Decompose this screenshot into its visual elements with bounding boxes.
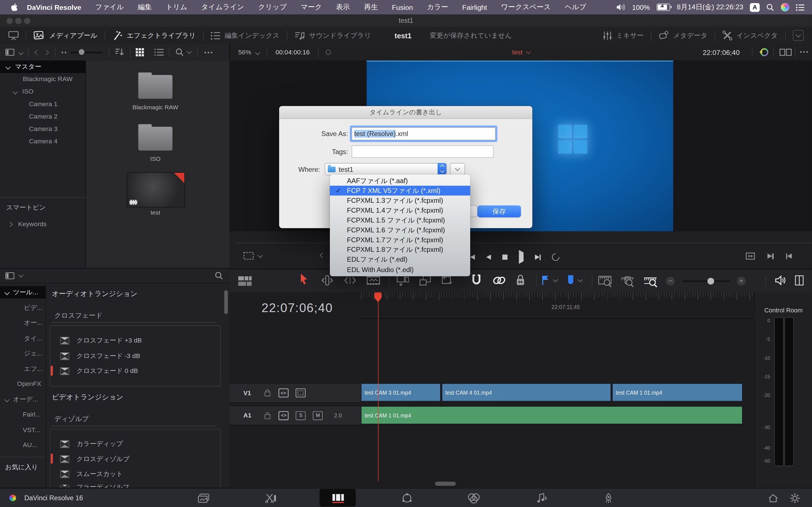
stop-button[interactable] [502,255,507,260]
transition-crossfade-m3[interactable]: クロスフェード -3 dB [60,352,140,360]
razor-edit-mode-tool[interactable] [366,275,380,286]
viewer-zoom-value[interactable]: 56% [238,49,251,56]
bin-camera-4[interactable]: Camera 4 [0,135,86,147]
edit-index-toggle[interactable]: 編集インデックス [211,31,280,40]
page-fairlight[interactable] [530,490,553,505]
fx-sidebar-toolbox[interactable]: ツール... [0,286,46,298]
menu-clip[interactable]: クリップ [258,3,287,12]
menu-playback[interactable]: 再生 [364,3,378,12]
play-button[interactable] [518,252,523,262]
fx-view-dropdown[interactable] [18,272,23,277]
media-pool-toggle[interactable]: メディアプール [34,31,97,40]
selection-mode-tool[interactable] [300,274,308,286]
viewer-zoom-dropdown[interactable] [255,50,260,55]
fx-sidebar-vst[interactable]: VST... [23,424,40,436]
format-option-fcpxml14[interactable]: FCPXML 1.4ファイル (*.fcpxml) [330,206,470,216]
spotlight-search-icon[interactable] [766,3,774,11]
siri-icon[interactable] [781,3,789,11]
apple-menu[interactable] [10,3,18,11]
next-clip-button[interactable] [767,253,773,259]
marker-color-dropdown[interactable] [578,277,583,282]
page-media[interactable] [192,490,215,505]
mixer-toggle[interactable]: ミキサー [603,31,644,40]
menu-view[interactable]: 表示 [336,3,350,12]
bin-iso[interactable]: ISO [0,86,86,98]
track-destination-icon[interactable] [296,388,305,397]
thumb-size-menu[interactable] [62,52,66,53]
where-popup[interactable]: test1 [325,163,447,175]
format-option-edl-audio[interactable]: EDL With Audio (*.edl) [330,265,470,275]
bin-master[interactable]: マスター [0,61,86,73]
replace-clip-button[interactable] [441,275,454,287]
fx-sidebar-video[interactable]: ビデ... [24,302,42,314]
previous-edit-button[interactable] [320,252,325,258]
project-manager-icon[interactable] [762,490,784,505]
menu-color[interactable]: カラー [427,3,448,12]
media-pool-more-menu[interactable] [205,52,213,53]
menu-timeline[interactable]: タイムライン [201,3,244,12]
input-source-badge[interactable]: A [750,3,760,11]
trim-edit-mode-tool[interactable] [320,275,334,286]
fx-sidebar-au[interactable]: AU... [23,439,37,451]
loop-button[interactable] [551,252,561,262]
menu-trim[interactable]: トリム [166,3,187,12]
track-header-a1[interactable]: A1 <> S M 2.0 [230,406,361,425]
sort-order-icon[interactable] [115,48,124,56]
dynamic-trim-mode-tool[interactable] [344,276,356,284]
fx-search-icon[interactable] [215,272,223,280]
format-option-fcpxml13[interactable]: FCPXML 1.3ファイル (*.fcpxml) [330,196,470,206]
expand-dialog-button[interactable] [450,163,465,175]
timeline-panel-icon[interactable] [795,275,804,286]
menu-edit[interactable]: 編集 [138,3,152,12]
menu-help[interactable]: ヘルプ [565,3,586,12]
track-header-v1[interactable]: V1 <> [230,383,361,403]
list-view-icon[interactable] [154,49,163,56]
page-color[interactable] [462,490,485,505]
metadata-toggle[interactable]: メタデータ [659,31,707,40]
auto-select-icon[interactable]: <> [279,411,289,420]
menu-fairlight[interactable]: Fairlight [462,3,487,11]
fx-sidebar-effects[interactable]: エフ... [24,363,42,375]
timeline-clip-video-1[interactable]: test CAM 3 01.mp4 [361,383,441,401]
timeline-fit-icon[interactable] [746,252,755,260]
menu-workspace[interactable]: ワークスペース [501,3,551,12]
menubar-app-name[interactable]: DaVinci Resolve [27,3,82,11]
flag-color-dropdown[interactable] [553,277,558,282]
bin-camera-3[interactable]: Camera 3 [0,122,86,135]
audio-monitor-icon[interactable] [775,275,786,286]
smart-bins-header[interactable]: スマートビン [0,201,86,214]
timeline-name-dropdown[interactable]: test [512,49,530,56]
bin-blackmagic-raw[interactable]: Blackmagic RAW [0,73,86,86]
menu-file[interactable]: ファイル [95,3,124,12]
track-lock-icon[interactable] [264,392,270,396]
bin-camera-2[interactable]: Camera 2 [0,110,86,122]
thumbnail-size-slider[interactable] [70,52,103,53]
save-button[interactable]: 保存 [477,205,521,217]
format-option-fcp7xml[interactable]: ✓FCP 7 XML V5ファイル (*.xml) [330,186,470,196]
grid-view-icon[interactable] [136,48,144,56]
page-edit[interactable] [327,490,350,505]
flag-clip-button[interactable] [542,275,557,286]
forward-button[interactable] [44,50,49,55]
format-option-aaf[interactable]: AAFファイル (*.aaf) [330,176,470,186]
timeline-timecode[interactable]: 22:07:06;40 [262,300,333,315]
linked-selection-toggle[interactable] [493,275,506,286]
project-settings-gear-icon[interactable] [783,490,806,505]
folder-iso[interactable] [138,127,172,151]
notification-list-icon[interactable] [796,4,805,11]
sound-library-toggle[interactable]: サウンドライブラリ [295,31,371,40]
format-option-fcpxml17[interactable]: FCPXML 1.7ファイル (*.fcpxml) [330,235,470,245]
snapping-toggle[interactable] [471,274,481,286]
fx-sidebar-favorites[interactable]: お気に入り [5,461,38,473]
timeline-view-options[interactable] [238,276,252,286]
auto-select-icon[interactable]: <> [278,388,289,397]
position-lock-toggle[interactable] [516,274,525,286]
format-option-fcpxml15[interactable]: FCPXML 1.5 ファイル (*.fcpxml) [330,216,470,225]
bin-camera-1[interactable]: Camera 1 [0,98,86,110]
zoom-in-button[interactable]: + [737,277,746,286]
dual-viewer-icon[interactable] [779,49,792,56]
track-lock-icon[interactable] [265,414,270,419]
menu-fusion[interactable]: Fusion [392,3,413,11]
format-option-fcpxml18[interactable]: FCPXML 1.8ファイル (*.fcpxml) [330,245,470,255]
solo-icon[interactable]: S [296,411,306,420]
